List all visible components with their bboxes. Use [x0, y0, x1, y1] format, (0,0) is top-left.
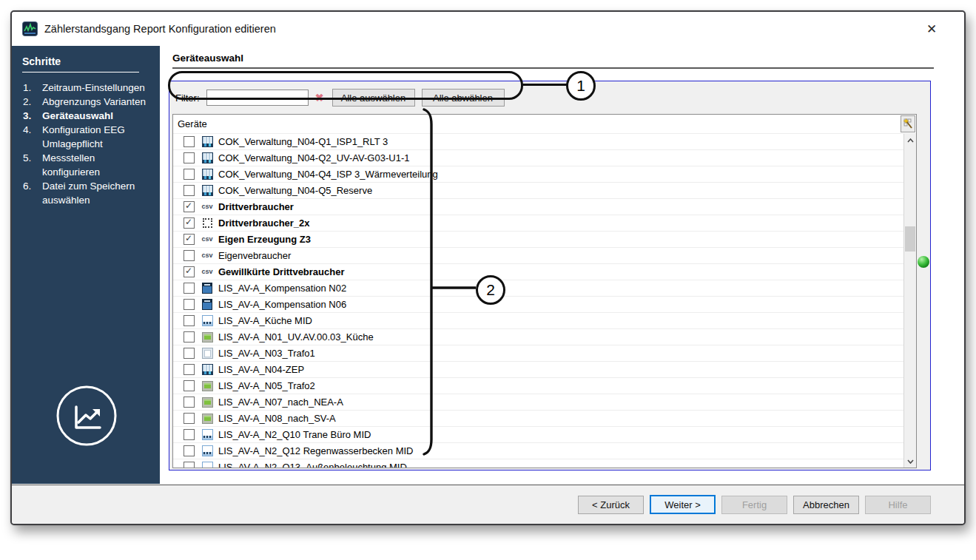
close-icon[interactable]: ✕ [920, 18, 943, 39]
step-label: Messstellen konfigurieren [42, 151, 155, 179]
meter-device-icon [202, 429, 213, 440]
device-label: Drittverbraucher_2x [218, 217, 310, 229]
scrollbar-thumb[interactable] [905, 226, 915, 252]
device-checkbox[interactable] [184, 348, 195, 359]
device-row[interactable]: LIS_AV-A_N07_nach_NEA-A [173, 394, 903, 411]
device-row[interactable]: LIS_AV-A_N2_Q10 Trane Büro MID [173, 427, 903, 443]
wizard-step-4: 4.Konfiguration EEG Umlagepflicht [12, 123, 160, 151]
device-label: COK_Verwaltung_N04-Q1_ISP1_RLT 3 [218, 136, 388, 147]
device-row[interactable]: Drittverbraucher_2x [173, 215, 903, 232]
finish-button: Fertig [721, 496, 787, 514]
device-checkbox[interactable] [184, 217, 195, 229]
device-checkbox[interactable] [184, 413, 195, 424]
device-row[interactable]: COK_Verwaltung_N04-Q4_ISP 3_Wärmeverteil… [173, 166, 903, 183]
csv-file-icon-slot: csv [201, 266, 214, 277]
wizard-step-6: 6.Datei zum Speichern auswählen [12, 179, 160, 207]
lcd-device-icon-slot [201, 332, 214, 343]
device-row[interactable]: COK_Verwaltung_N04-Q2_UV-AV-G03-U1-1 [173, 150, 903, 166]
next-button[interactable]: Weiter > [650, 495, 716, 514]
device-label: LIS_AV-A_N07_nach_NEA-A [218, 397, 343, 408]
device-row[interactable]: LIS_AV-A_N01_UV.AV.00.03_Küche [173, 329, 903, 345]
vertical-scrollbar[interactable] [903, 134, 916, 468]
lcd-device-icon-slot [201, 414, 214, 424]
device-checkbox[interactable] [184, 283, 195, 294]
device-row[interactable]: LIS_AV-A_Kompensation N06 [173, 297, 903, 313]
lcd-device-icon [202, 332, 213, 343]
device-row[interactable]: LIS_AV-A_Küche MID [173, 313, 903, 329]
meter-device-icon-slot [201, 445, 214, 456]
meter-device-icon-slot [201, 429, 214, 440]
cancel-button[interactable]: Abbrechen [793, 496, 859, 514]
device-label: LIS_AV-A_N08_nach_SV-A [218, 413, 336, 424]
csv-file-icon: csv [201, 250, 212, 261]
plc-device-icon-slot [201, 364, 214, 375]
column-config-button[interactable] [901, 115, 915, 132]
lcd-device-icon [202, 414, 213, 424]
device-row[interactable]: LIS_AV-A_N04-ZEP [173, 362, 903, 378]
lcd-device-icon-slot [201, 397, 214, 408]
device-checkbox[interactable] [184, 169, 195, 180]
csv-file-icon-slot: csv [201, 234, 214, 245]
device-checkbox[interactable] [184, 136, 195, 147]
device-checkbox[interactable] [184, 234, 195, 245]
device-checkbox[interactable] [184, 380, 195, 391]
content-area: Geräteauswahl Filter: ✖ Alle auswählen A… [160, 46, 964, 484]
back-button[interactable]: < Zurück [578, 496, 644, 514]
device-checkbox[interactable] [184, 397, 195, 408]
dashed-device-icon [203, 218, 212, 228]
device-row[interactable]: LIS_AV-A_N05_Trafo2 [173, 378, 903, 394]
steps-sidebar: Schritte 1.Zeitraum-Einstellungen2.Abgre… [12, 46, 160, 484]
device-checkbox[interactable] [184, 445, 195, 456]
lcd-device-icon [202, 397, 213, 408]
device-label: LIS_AV-A_N2_Q10 Trane Büro MID [218, 429, 371, 440]
device-row[interactable]: LIS_AV-A_N03_Trafo1 [173, 345, 903, 362]
device-rows: COK_Verwaltung_N04-Q1_ISP1_RLT 3COK_Verw… [173, 134, 903, 468]
plc-device-icon [202, 152, 213, 163]
window-title: Zählerstandsgang Report Konfiguration ed… [44, 23, 276, 35]
device-checkbox[interactable] [184, 331, 195, 343]
device-label: Eigenvebraucher [218, 250, 291, 261]
plc-device-icon [202, 185, 213, 196]
device-label: LIS_AV-A_N03_Trafo1 [218, 348, 315, 359]
device-checkbox[interactable] [184, 364, 195, 375]
device-label: COK_Verwaltung_N04-Q4_ISP 3_Wärmeverteil… [218, 169, 438, 180]
device-checkbox[interactable] [184, 250, 195, 261]
meter-device-icon [202, 315, 213, 326]
device-checkbox[interactable] [184, 266, 195, 277]
plc-device-icon [202, 169, 213, 180]
lcd-device-icon [202, 381, 213, 391]
device-row[interactable]: COK_Verwaltung_N04-Q1_ISP1_RLT 3 [173, 134, 903, 150]
device-checkbox[interactable] [184, 185, 195, 196]
device-column-header: Geräte [178, 118, 207, 129]
plc-device-icon-slot [201, 136, 214, 147]
device-checkbox[interactable] [184, 299, 195, 310]
device-checkbox[interactable] [184, 152, 195, 163]
device-row[interactable]: csvEigen Erzeugung Z3 [173, 232, 903, 248]
device-row[interactable]: COK_Verwaltung_N04-Q5_Reserve [173, 183, 903, 199]
help-button: Hilfe [865, 496, 931, 514]
komp-device-icon [202, 299, 212, 310]
meter-device-icon [202, 462, 213, 468]
device-label: LIS_AV-A_Küche MID [218, 315, 312, 326]
device-label: LIS_AV-A_N05_Trafo2 [218, 380, 315, 391]
wizard-step-3: 3.Geräteauswahl [12, 109, 160, 123]
device-row[interactable]: LIS_AV-A_Kompensation N02 [173, 280, 903, 297]
device-checkbox[interactable] [184, 315, 195, 326]
scroll-up-icon[interactable] [904, 134, 916, 146]
scroll-down-icon[interactable] [904, 455, 916, 468]
device-row[interactable]: csvEigenvebraucher [173, 248, 903, 264]
device-row[interactable]: LIS_AV-A_N2_Q12 Regenwasserbecken MID [173, 443, 903, 459]
device-row[interactable]: LIS_AV-A_N2_Q13_Außenbeleuchtung MID [173, 459, 903, 468]
step-number: 2. [23, 95, 42, 109]
wizard-step-5: 5.Messstellen konfigurieren [12, 151, 160, 179]
device-row[interactable]: csvDrittverbraucher [173, 199, 903, 215]
meter-device-icon [202, 445, 213, 456]
device-label: COK_Verwaltung_N04-Q5_Reserve [218, 185, 372, 196]
device-checkbox[interactable] [184, 201, 195, 212]
device-label: LIS_AV-A_Kompensation N02 [218, 283, 346, 294]
device-checkbox[interactable] [184, 462, 195, 468]
device-row[interactable]: csvGewillkürte Drittvebraucher [173, 264, 903, 280]
device-label: Drittverbraucher [218, 201, 294, 212]
device-row[interactable]: LIS_AV-A_N08_nach_SV-A [173, 411, 903, 427]
device-checkbox[interactable] [184, 429, 195, 440]
